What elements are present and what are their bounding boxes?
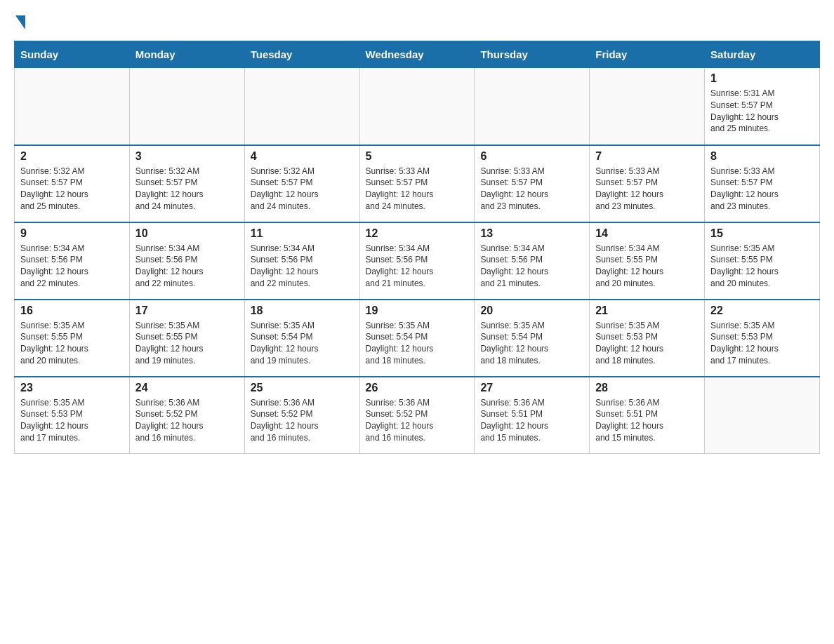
day-number: 20 <box>480 304 583 317</box>
calendar-cell: 4Sunrise: 5:32 AM Sunset: 5:57 PM Daylig… <box>244 145 359 222</box>
day-number: 9 <box>20 227 124 240</box>
day-info: Sunrise: 5:35 AM Sunset: 5:53 PM Dayligh… <box>595 320 699 367</box>
calendar-cell: 17Sunrise: 5:35 AM Sunset: 5:55 PM Dayli… <box>129 300 244 377</box>
logo-arrow-icon <box>15 15 25 29</box>
day-number: 22 <box>710 304 814 317</box>
day-number: 18 <box>251 304 354 317</box>
day-number: 16 <box>20 304 124 317</box>
weekday-header-tuesday: Tuesday <box>244 41 359 68</box>
day-number: 10 <box>135 227 239 240</box>
weekday-header-sunday: Sunday <box>15 41 130 68</box>
day-info: Sunrise: 5:34 AM Sunset: 5:56 PM Dayligh… <box>480 243 583 290</box>
calendar-week-row: 9Sunrise: 5:34 AM Sunset: 5:56 PM Daylig… <box>15 222 820 300</box>
weekday-header-thursday: Thursday <box>475 41 590 68</box>
day-info: Sunrise: 5:34 AM Sunset: 5:55 PM Dayligh… <box>595 243 699 290</box>
day-info: Sunrise: 5:35 AM Sunset: 5:54 PM Dayligh… <box>366 320 469 367</box>
day-number: 24 <box>135 382 239 394</box>
calendar-cell: 19Sunrise: 5:35 AM Sunset: 5:54 PM Dayli… <box>359 300 475 377</box>
calendar-table: SundayMondayTuesdayWednesdayThursdayFrid… <box>14 41 820 454</box>
day-number: 19 <box>366 304 469 317</box>
calendar-week-row: 1Sunrise: 5:31 AM Sunset: 5:57 PM Daylig… <box>15 68 820 145</box>
day-info: Sunrise: 5:35 AM Sunset: 5:53 PM Dayligh… <box>20 397 124 444</box>
day-info: Sunrise: 5:36 AM Sunset: 5:52 PM Dayligh… <box>135 397 239 444</box>
calendar-cell: 12Sunrise: 5:34 AM Sunset: 5:56 PM Dayli… <box>359 222 475 300</box>
day-info: Sunrise: 5:36 AM Sunset: 5:51 PM Dayligh… <box>595 397 699 444</box>
day-number: 7 <box>595 150 699 163</box>
calendar-cell: 7Sunrise: 5:33 AM Sunset: 5:57 PM Daylig… <box>590 145 705 222</box>
day-info: Sunrise: 5:33 AM Sunset: 5:57 PM Dayligh… <box>595 166 699 213</box>
calendar-cell: 10Sunrise: 5:34 AM Sunset: 5:56 PM Dayli… <box>129 222 244 300</box>
day-info: Sunrise: 5:34 AM Sunset: 5:56 PM Dayligh… <box>251 243 354 290</box>
day-info: Sunrise: 5:35 AM Sunset: 5:54 PM Dayligh… <box>251 320 354 367</box>
calendar-cell: 28Sunrise: 5:36 AM Sunset: 5:51 PM Dayli… <box>590 377 705 454</box>
calendar-cell <box>475 68 590 145</box>
calendar-cell: 24Sunrise: 5:36 AM Sunset: 5:52 PM Dayli… <box>129 377 244 454</box>
day-number: 2 <box>20 150 124 163</box>
day-number: 4 <box>251 150 354 163</box>
page-header <box>14 14 820 27</box>
calendar-cell: 15Sunrise: 5:35 AM Sunset: 5:55 PM Dayli… <box>705 222 820 300</box>
day-info: Sunrise: 5:32 AM Sunset: 5:57 PM Dayligh… <box>251 166 354 213</box>
day-number: 6 <box>480 150 583 163</box>
day-number: 12 <box>366 227 469 240</box>
calendar-week-row: 2Sunrise: 5:32 AM Sunset: 5:57 PM Daylig… <box>15 145 820 222</box>
day-info: Sunrise: 5:36 AM Sunset: 5:51 PM Dayligh… <box>480 397 583 444</box>
day-info: Sunrise: 5:36 AM Sunset: 5:52 PM Dayligh… <box>251 397 354 444</box>
day-info: Sunrise: 5:31 AM Sunset: 5:57 PM Dayligh… <box>710 88 814 135</box>
calendar-week-row: 16Sunrise: 5:35 AM Sunset: 5:55 PM Dayli… <box>15 300 820 377</box>
day-info: Sunrise: 5:34 AM Sunset: 5:56 PM Dayligh… <box>366 243 469 290</box>
day-info: Sunrise: 5:35 AM Sunset: 5:55 PM Dayligh… <box>20 320 124 367</box>
day-info: Sunrise: 5:36 AM Sunset: 5:52 PM Dayligh… <box>366 397 469 444</box>
day-info: Sunrise: 5:33 AM Sunset: 5:57 PM Dayligh… <box>480 166 583 213</box>
calendar-cell: 27Sunrise: 5:36 AM Sunset: 5:51 PM Dayli… <box>475 377 590 454</box>
day-number: 13 <box>480 227 583 240</box>
day-number: 15 <box>710 227 814 240</box>
weekday-header-row: SundayMondayTuesdayWednesdayThursdayFrid… <box>15 41 820 68</box>
day-number: 26 <box>366 382 469 394</box>
day-number: 11 <box>251 227 354 240</box>
day-info: Sunrise: 5:34 AM Sunset: 5:56 PM Dayligh… <box>135 243 239 290</box>
calendar-cell: 9Sunrise: 5:34 AM Sunset: 5:56 PM Daylig… <box>15 222 130 300</box>
calendar-cell: 1Sunrise: 5:31 AM Sunset: 5:57 PM Daylig… <box>705 68 820 145</box>
day-number: 14 <box>595 227 699 240</box>
weekday-header-saturday: Saturday <box>705 41 820 68</box>
day-number: 27 <box>480 382 583 394</box>
calendar-cell <box>705 377 820 454</box>
day-number: 17 <box>135 304 239 317</box>
calendar-cell: 21Sunrise: 5:35 AM Sunset: 5:53 PM Dayli… <box>590 300 705 377</box>
calendar-cell <box>244 68 359 145</box>
day-number: 21 <box>595 304 699 317</box>
calendar-week-row: 23Sunrise: 5:35 AM Sunset: 5:53 PM Dayli… <box>15 377 820 454</box>
calendar-cell: 25Sunrise: 5:36 AM Sunset: 5:52 PM Dayli… <box>244 377 359 454</box>
calendar-cell: 22Sunrise: 5:35 AM Sunset: 5:53 PM Dayli… <box>705 300 820 377</box>
day-info: Sunrise: 5:33 AM Sunset: 5:57 PM Dayligh… <box>710 166 814 213</box>
weekday-header-monday: Monday <box>129 41 244 68</box>
calendar-cell: 23Sunrise: 5:35 AM Sunset: 5:53 PM Dayli… <box>15 377 130 454</box>
day-info: Sunrise: 5:35 AM Sunset: 5:55 PM Dayligh… <box>710 243 814 290</box>
day-info: Sunrise: 5:32 AM Sunset: 5:57 PM Dayligh… <box>135 166 239 213</box>
day-number: 3 <box>135 150 239 163</box>
day-info: Sunrise: 5:32 AM Sunset: 5:57 PM Dayligh… <box>20 166 124 213</box>
calendar-cell: 2Sunrise: 5:32 AM Sunset: 5:57 PM Daylig… <box>15 145 130 222</box>
weekday-header-friday: Friday <box>590 41 705 68</box>
calendar-cell: 18Sunrise: 5:35 AM Sunset: 5:54 PM Dayli… <box>244 300 359 377</box>
calendar-cell <box>359 68 475 145</box>
day-info: Sunrise: 5:35 AM Sunset: 5:53 PM Dayligh… <box>710 320 814 367</box>
weekday-header-wednesday: Wednesday <box>359 41 475 68</box>
calendar-cell <box>129 68 244 145</box>
calendar-cell: 26Sunrise: 5:36 AM Sunset: 5:52 PM Dayli… <box>359 377 475 454</box>
calendar-cell: 8Sunrise: 5:33 AM Sunset: 5:57 PM Daylig… <box>705 145 820 222</box>
day-number: 1 <box>710 72 814 85</box>
day-info: Sunrise: 5:33 AM Sunset: 5:57 PM Dayligh… <box>366 166 469 213</box>
calendar-cell: 5Sunrise: 5:33 AM Sunset: 5:57 PM Daylig… <box>359 145 475 222</box>
calendar-cell: 14Sunrise: 5:34 AM Sunset: 5:55 PM Dayli… <box>590 222 705 300</box>
day-info: Sunrise: 5:34 AM Sunset: 5:56 PM Dayligh… <box>20 243 124 290</box>
calendar-cell: 6Sunrise: 5:33 AM Sunset: 5:57 PM Daylig… <box>475 145 590 222</box>
day-number: 5 <box>366 150 469 163</box>
day-number: 28 <box>595 382 699 394</box>
day-number: 25 <box>251 382 354 394</box>
day-number: 23 <box>20 382 124 394</box>
calendar-cell: 16Sunrise: 5:35 AM Sunset: 5:55 PM Dayli… <box>15 300 130 377</box>
calendar-cell <box>15 68 130 145</box>
day-info: Sunrise: 5:35 AM Sunset: 5:55 PM Dayligh… <box>135 320 239 367</box>
